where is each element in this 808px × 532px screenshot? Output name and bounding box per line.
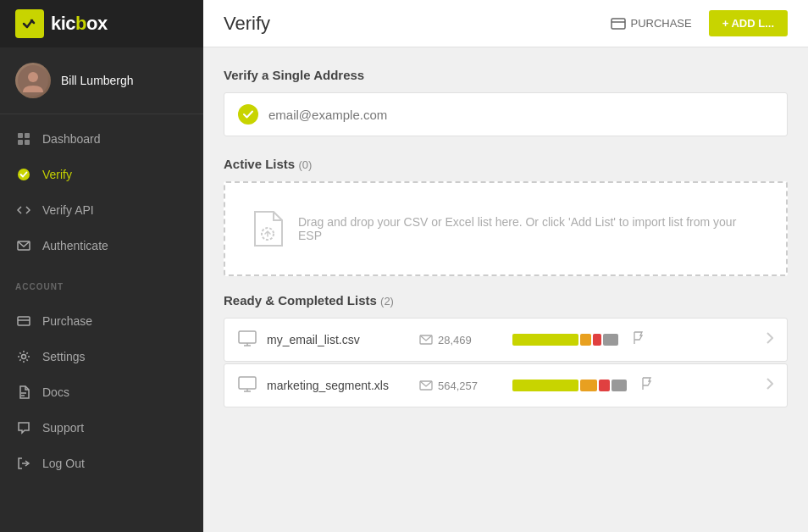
flag-svg (640, 377, 654, 391)
completed-lists-title: Ready & Completed Lists (2) (224, 293, 788, 308)
active-lists-count: (0) (298, 158, 312, 171)
nav-section-account: Purchase Settings Docs (0, 296, 203, 488)
list-name: marketing_segment.xls (267, 379, 419, 392)
list-row[interactable]: my_email_list.csv 28,469 (224, 318, 788, 362)
sidebar-item-verify[interactable]: Verify (0, 157, 203, 192)
sidebar-item-logout[interactable]: Log Out (0, 446, 203, 481)
chevron-svg (766, 332, 773, 344)
svg-point-7 (18, 169, 30, 180)
page-title: Verify (224, 13, 270, 35)
purchase-button[interactable]: PURCHASE (602, 12, 700, 35)
topbar-actions: PURCHASE + ADD L... (602, 10, 788, 36)
envelope-icon (419, 380, 433, 391)
sidebar-item-purchase[interactable]: Purchase (0, 303, 203, 339)
svg-rect-9 (18, 317, 30, 325)
list-row[interactable]: marketing_segment.xls 564,257 (224, 363, 788, 407)
progress-bar-0 (512, 334, 618, 346)
account-label: ACCOUNT (0, 270, 203, 296)
bar-green (512, 380, 578, 391)
chevron-svg (766, 378, 773, 390)
sidebar-item-verify-api-label: Verify API (42, 203, 94, 217)
sidebar-item-purchase-label: Purchase (42, 314, 92, 328)
bar-green (512, 334, 578, 346)
email-input[interactable] (268, 108, 773, 122)
credit-card-topbar-icon (611, 18, 626, 30)
verify-icon (15, 166, 32, 183)
bar-red (599, 380, 610, 391)
chat-icon (15, 419, 32, 436)
doc-icon (15, 384, 32, 401)
svg-rect-3 (18, 133, 23, 138)
code-icon (15, 202, 32, 219)
bar-red (593, 334, 601, 346)
sidebar-item-settings-label: Settings (42, 350, 86, 363)
logo-text: kicbox (51, 13, 108, 35)
sidebar-item-authenticate[interactable]: Authenticate (0, 228, 203, 263)
sidebar-item-verify-api[interactable]: Verify API (0, 192, 203, 228)
sidebar-item-logout-label: Log Out (42, 457, 85, 470)
active-lists-section: Active Lists (0) Drag and drop your CSV … (224, 157, 788, 276)
sidebar-item-verify-label: Verify (42, 168, 72, 181)
drop-zone-text: Drag and drop your CSV or Excel list her… (298, 215, 761, 242)
bar-gray (612, 380, 627, 391)
drop-file-icon (251, 208, 285, 249)
sidebar-item-dashboard[interactable]: Dashboard (0, 121, 203, 157)
svg-rect-18 (239, 331, 256, 343)
envelope-icon (419, 335, 433, 345)
email-count: 564,257 (419, 380, 495, 392)
single-verify-section: Verify a Single Address (224, 68, 788, 136)
dashboard-icon (15, 130, 32, 147)
sidebar-item-docs[interactable]: Docs (0, 374, 203, 410)
list-name: my_email_list.csv (267, 333, 419, 346)
chevron-right-icon (766, 378, 773, 393)
verify-check-icon (238, 104, 258, 125)
logo-area: kicbox (0, 0, 203, 47)
add-list-button[interactable]: + ADD L... (709, 10, 788, 36)
user-name: Bill Lumbergh (61, 74, 134, 87)
bar-gray (603, 334, 618, 346)
completed-lists-count: (2) (380, 295, 394, 308)
active-lists-title: Active Lists (0) (224, 157, 788, 171)
svg-rect-5 (18, 140, 23, 145)
flag-icon (632, 331, 645, 348)
flag-icon (640, 377, 654, 394)
flag-svg (632, 331, 645, 345)
chevron-right-icon (766, 332, 773, 347)
progress-bar-1 (512, 380, 627, 391)
bar-orange (580, 380, 597, 391)
svg-rect-6 (25, 140, 30, 145)
nav-section-main: Dashboard Verify Verify API (0, 114, 203, 270)
bar-orange (580, 334, 591, 346)
add-list-button-label: + ADD L... (722, 17, 774, 30)
single-verify-box[interactable] (224, 92, 788, 136)
sidebar-item-settings[interactable]: Settings (0, 339, 203, 374)
topbar: Verify PURCHASE + ADD L... (203, 0, 808, 47)
email-count: 28,469 (419, 334, 495, 346)
sidebar-item-docs-label: Docs (42, 385, 69, 399)
purchase-button-label: PURCHASE (630, 17, 691, 30)
sidebar: kicbox Bill Lumbergh Dashboard (0, 0, 203, 532)
user-area: Bill Lumbergh (0, 47, 203, 114)
sidebar-item-support-label: Support (42, 421, 84, 435)
completed-lists-section: Ready & Completed Lists (2) my_email_lis… (224, 293, 788, 407)
gear-icon (15, 348, 32, 365)
avatar (15, 63, 51, 98)
svg-rect-15 (612, 19, 625, 29)
monitor-icon (238, 330, 257, 349)
mail-icon (15, 237, 32, 254)
main-area: Verify PURCHASE + ADD L... Verify a Sing… (203, 0, 808, 532)
content-area: Verify a Single Address Active Lists (0) (203, 47, 808, 532)
monitor-icon (238, 376, 257, 395)
sidebar-item-dashboard-label: Dashboard (42, 132, 101, 146)
svg-rect-22 (239, 377, 256, 389)
drop-zone[interactable]: Drag and drop your CSV or Excel list her… (224, 181, 788, 276)
svg-point-11 (22, 355, 26, 359)
logout-icon (15, 455, 32, 472)
sidebar-item-authenticate-label: Authenticate (42, 239, 108, 252)
svg-rect-4 (25, 133, 30, 138)
single-verify-title: Verify a Single Address (224, 68, 788, 82)
svg-point-2 (28, 72, 38, 82)
credit-card-icon (15, 313, 32, 330)
logo-badge (15, 9, 44, 38)
sidebar-item-support[interactable]: Support (0, 410, 203, 446)
